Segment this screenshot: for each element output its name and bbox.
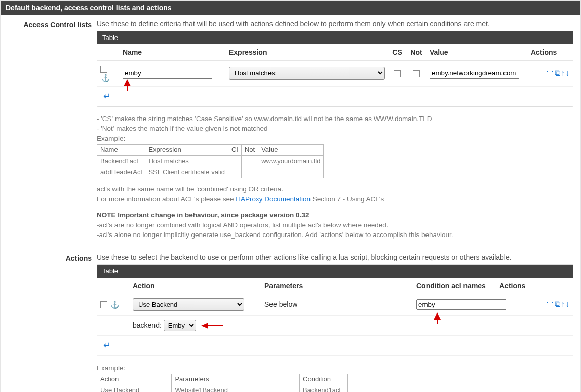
ex-th-cond: Condition xyxy=(300,374,348,385)
acl-th-expression: Expression xyxy=(226,44,388,61)
acl-help-cs: - 'CS' makes the string matches 'Case Se… xyxy=(97,114,573,124)
action-row-select-checkbox[interactable] xyxy=(100,301,107,308)
act-th-action: Action xyxy=(130,278,261,294)
acl-help: - 'CS' makes the string matches 'Case Se… xyxy=(97,114,573,240)
acl-note2: -acl's alone no longer implicitly genera… xyxy=(97,230,573,240)
acl-help-more-post: Section 7 - Using ACL's xyxy=(311,195,384,203)
ex-cell: addHeaderAcl xyxy=(97,167,145,178)
acl-value-input[interactable] xyxy=(430,68,519,79)
move-down-icon[interactable]: ↓ xyxy=(565,69,570,78)
copy-icon[interactable]: ⧉ xyxy=(555,69,561,78)
haproxy-doc-link[interactable]: HAProxy Documentation xyxy=(236,195,311,203)
actions-intro: Use these to select the backend to use o… xyxy=(97,253,573,261)
acl-help-combined: acl's with the same name will be 'combin… xyxy=(97,184,573,194)
act-th-actions: Actions xyxy=(496,278,573,294)
ex-cell xyxy=(241,156,258,167)
backend-label: backend: xyxy=(133,321,162,329)
anchor-icon[interactable]: ⚓ xyxy=(110,301,119,309)
acl-example-table: Name Expression CI Not Value Backend1acl… xyxy=(97,144,324,178)
section-actions: Actions Use these to select the backend … xyxy=(1,248,580,392)
section-acl: Access Control lists Use these to define… xyxy=(1,15,580,248)
page-title: Default backend, access control lists an… xyxy=(1,1,580,15)
ex-cell: www.yourdomain.tld xyxy=(258,156,324,167)
acl-not-checkbox[interactable] xyxy=(413,70,420,77)
act-th-cond: Condition acl names xyxy=(413,278,496,294)
ex-cell xyxy=(228,167,241,178)
ex-th-name: Name xyxy=(97,145,145,156)
panel-outer: Default backend, access control lists an… xyxy=(0,0,581,392)
ex-th-ci: CI xyxy=(228,145,241,156)
acl-table-title: Table xyxy=(97,31,573,44)
ex-cell: SSL Client certificate valid xyxy=(145,167,228,178)
actions-section-label: Actions xyxy=(8,253,97,392)
move-up-icon[interactable]: ↑ xyxy=(561,69,565,78)
acl-example-label: Example: xyxy=(97,134,573,144)
acl-name-input[interactable] xyxy=(123,68,212,79)
acl-intro: Use these to define criteria that will b… xyxy=(97,20,573,28)
actions-table-title: Table xyxy=(97,265,573,278)
acl-table-wrap: Table Name Expression CS Not Value xyxy=(97,31,573,107)
acl-help-not: - 'Not' makes the match if the value giv… xyxy=(97,124,573,134)
return-icon[interactable]: ↵ xyxy=(100,90,111,103)
anchor-icon[interactable]: ⚓ xyxy=(101,74,110,82)
action-type-select[interactable]: Use Backend xyxy=(133,298,244,311)
acl-th-name: Name xyxy=(120,44,226,61)
ex-cell: Backend1acl xyxy=(97,156,145,167)
acl-help-more-pre: For more information about ACL's please … xyxy=(97,195,236,203)
acl-th-not: Not xyxy=(406,44,427,61)
ex-th-action: Action xyxy=(97,374,172,385)
arrow-indicator-icon xyxy=(124,79,131,86)
act-th-params: Parameters xyxy=(261,278,413,294)
actions-row: ⚓ Use Backend See below xyxy=(97,294,573,315)
acl-th-actions: Actions xyxy=(528,44,573,61)
actions-example-label: Example: xyxy=(97,363,573,373)
actions-table: Action Parameters Condition acl names Ac… xyxy=(97,278,573,356)
ex-th-value: Value xyxy=(258,145,324,156)
action-params-text: See below xyxy=(261,294,413,315)
return-icon[interactable]: ↵ xyxy=(100,339,111,352)
ex-th-not: Not xyxy=(241,145,258,156)
acl-section-label: Access Control lists xyxy=(8,20,97,240)
actions-help: Example: Action Parameters Condition Use… xyxy=(97,363,573,392)
ex-cell: Website1Backend xyxy=(172,385,300,392)
ex-cell xyxy=(241,167,258,178)
acl-row: ⚓ Host matches: xyxy=(97,61,573,87)
ex-cell: Host matches xyxy=(145,156,228,167)
acl-th-value: Value xyxy=(427,44,528,61)
arrow-indicator-icon xyxy=(201,323,208,329)
backend-select[interactable]: Emby xyxy=(164,320,196,331)
arrow-indicator-icon xyxy=(434,312,441,320)
arrow-tail xyxy=(208,325,223,326)
action-condition-input[interactable] xyxy=(416,299,506,310)
acl-note-title: NOTE Important change in behaviour, sinc… xyxy=(97,211,309,219)
acl-table: Name Expression CS Not Value Actions xyxy=(97,44,573,106)
actions-table-wrap: Table Action Parameters Condition acl na… xyxy=(97,264,573,356)
ex-th-expr: Expression xyxy=(145,145,228,156)
ex-th-params: Parameters xyxy=(172,374,300,385)
ex-cell: Backend1acl xyxy=(300,385,348,392)
ex-cell: Use Backend xyxy=(97,385,172,392)
acl-cs-checkbox[interactable] xyxy=(394,70,401,77)
move-up-icon[interactable]: ↑ xyxy=(561,300,565,309)
acl-expression-select[interactable]: Host matches: xyxy=(229,67,385,80)
copy-icon[interactable]: ⧉ xyxy=(555,300,561,309)
move-down-icon[interactable]: ↓ xyxy=(565,300,570,309)
delete-icon[interactable]: 🗑 xyxy=(546,300,555,309)
ex-cell xyxy=(228,156,241,167)
acl-row-select-checkbox[interactable] xyxy=(100,66,107,73)
actions-example-table: Action Parameters Condition Use Backend … xyxy=(97,374,348,392)
acl-th-cs: CS xyxy=(388,44,406,61)
delete-icon[interactable]: 🗑 xyxy=(546,69,555,78)
ex-cell xyxy=(258,167,324,178)
acl-note1: -acl's are no longer combined with logic… xyxy=(97,220,573,230)
